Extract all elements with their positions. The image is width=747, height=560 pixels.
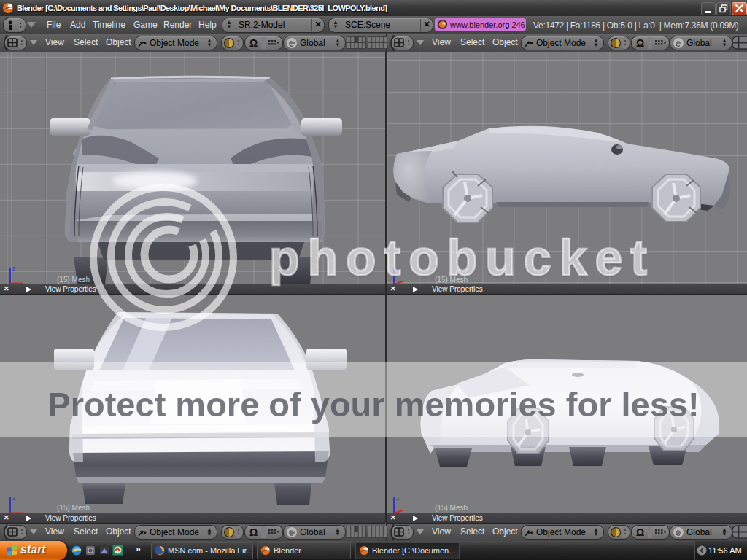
svg-text:z: z (396, 494, 400, 502)
svg-text:Ω: Ω (249, 37, 258, 49)
svg-text:Ω: Ω (636, 37, 644, 49)
svg-text:Ω: Ω (636, 526, 644, 538)
svg-text:z: z (12, 494, 16, 502)
svg-text:Ω: Ω (249, 526, 258, 538)
svg-text:z: z (12, 265, 16, 272)
